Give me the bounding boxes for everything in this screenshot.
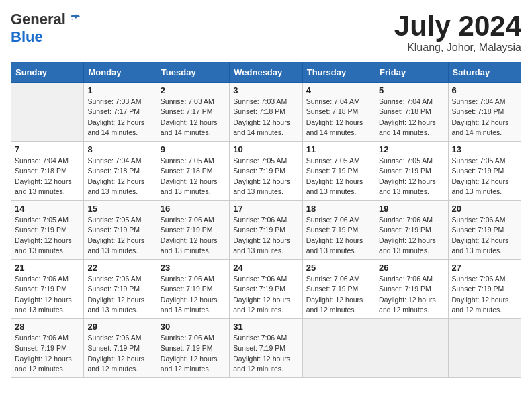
- day-number: 1: [87, 85, 152, 95]
- day-info: Sunrise: 7:06 AMSunset: 7:19 PMDaylight:…: [306, 215, 371, 256]
- calendar-cell: 19Sunrise: 7:06 AMSunset: 7:19 PMDayligh…: [375, 201, 448, 260]
- calendar-table: Sunday Monday Tuesday Wednesday Thursday…: [11, 62, 521, 378]
- day-number: 26: [379, 263, 444, 273]
- day-number: 29: [87, 322, 152, 332]
- logo: General Blue: [11, 11, 81, 46]
- calendar-week-row: 7Sunrise: 7:04 AMSunset: 7:18 PMDaylight…: [11, 142, 521, 201]
- day-number: 2: [161, 85, 226, 95]
- calendar-cell: 1Sunrise: 7:03 AMSunset: 7:17 PMDaylight…: [84, 83, 157, 142]
- day-number: 7: [15, 144, 80, 154]
- day-info: Sunrise: 7:03 AMSunset: 7:17 PMDaylight:…: [161, 97, 226, 138]
- header-sunday: Sunday: [11, 62, 84, 83]
- day-info: Sunrise: 7:04 AMSunset: 7:18 PMDaylight:…: [452, 97, 517, 138]
- title-section: July 2024 Kluang, Johor, Malaysia: [394, 11, 521, 54]
- calendar-cell: 3Sunrise: 7:03 AMSunset: 7:18 PMDaylight…: [230, 83, 302, 142]
- day-number: 6: [452, 85, 517, 95]
- calendar-cell: [11, 83, 84, 142]
- calendar-cell: 31Sunrise: 7:06 AMSunset: 7:19 PMDayligh…: [230, 319, 302, 378]
- calendar-cell: 21Sunrise: 7:06 AMSunset: 7:19 PMDayligh…: [11, 260, 84, 319]
- calendar-cell: 8Sunrise: 7:04 AMSunset: 7:18 PMDaylight…: [84, 142, 157, 201]
- day-info: Sunrise: 7:05 AMSunset: 7:19 PMDaylight:…: [306, 156, 371, 197]
- day-info: Sunrise: 7:04 AMSunset: 7:18 PMDaylight:…: [379, 97, 444, 138]
- day-info: Sunrise: 7:06 AMSunset: 7:19 PMDaylight:…: [452, 274, 517, 315]
- day-number: 21: [15, 263, 80, 273]
- calendar-cell: 23Sunrise: 7:06 AMSunset: 7:19 PMDayligh…: [157, 260, 229, 319]
- calendar-cell: 30Sunrise: 7:06 AMSunset: 7:19 PMDayligh…: [157, 319, 229, 378]
- day-info: Sunrise: 7:05 AMSunset: 7:19 PMDaylight:…: [87, 215, 152, 256]
- day-info: Sunrise: 7:06 AMSunset: 7:19 PMDaylight:…: [306, 274, 371, 315]
- calendar-cell: 7Sunrise: 7:04 AMSunset: 7:18 PMDaylight…: [11, 142, 84, 201]
- day-info: Sunrise: 7:06 AMSunset: 7:19 PMDaylight:…: [161, 215, 226, 256]
- calendar-cell: 25Sunrise: 7:06 AMSunset: 7:19 PMDayligh…: [302, 260, 375, 319]
- day-number: 11: [306, 144, 371, 154]
- day-number: 14: [15, 203, 80, 214]
- calendar-cell: 15Sunrise: 7:05 AMSunset: 7:19 PMDayligh…: [84, 201, 157, 260]
- calendar-header: Sunday Monday Tuesday Wednesday Thursday…: [11, 62, 521, 83]
- day-info: Sunrise: 7:06 AMSunset: 7:19 PMDaylight:…: [87, 333, 152, 374]
- calendar-cell: 12Sunrise: 7:05 AMSunset: 7:19 PMDayligh…: [375, 142, 448, 201]
- header-monday: Monday: [84, 62, 157, 83]
- day-number: 20: [452, 203, 517, 214]
- calendar-cell: 16Sunrise: 7:06 AMSunset: 7:19 PMDayligh…: [157, 201, 229, 260]
- calendar-cell: 29Sunrise: 7:06 AMSunset: 7:19 PMDayligh…: [84, 319, 157, 378]
- calendar-cell: 26Sunrise: 7:06 AMSunset: 7:19 PMDayligh…: [375, 260, 448, 319]
- calendar-cell: 6Sunrise: 7:04 AMSunset: 7:18 PMDaylight…: [448, 83, 521, 142]
- location-subtitle: Kluang, Johor, Malaysia: [394, 42, 521, 54]
- day-number: 30: [161, 322, 226, 332]
- day-number: 10: [233, 144, 298, 154]
- day-info: Sunrise: 7:05 AMSunset: 7:19 PMDaylight:…: [379, 156, 444, 197]
- day-number: 13: [452, 144, 517, 154]
- logo-general-text: General: [11, 11, 66, 28]
- calendar-week-row: 28Sunrise: 7:06 AMSunset: 7:19 PMDayligh…: [11, 319, 521, 378]
- day-info: Sunrise: 7:05 AMSunset: 7:18 PMDaylight:…: [161, 156, 226, 197]
- day-number: 22: [87, 263, 152, 273]
- day-number: 12: [379, 144, 444, 154]
- calendar-cell: 2Sunrise: 7:03 AMSunset: 7:17 PMDaylight…: [157, 83, 229, 142]
- day-number: 8: [87, 144, 152, 154]
- day-info: Sunrise: 7:05 AMSunset: 7:19 PMDaylight:…: [452, 156, 517, 197]
- calendar-cell: [375, 319, 448, 378]
- header-row: Sunday Monday Tuesday Wednesday Thursday…: [11, 62, 521, 83]
- calendar-week-row: 1Sunrise: 7:03 AMSunset: 7:17 PMDaylight…: [11, 83, 521, 142]
- header-wednesday: Wednesday: [230, 62, 302, 83]
- day-info: Sunrise: 7:03 AMSunset: 7:17 PMDaylight:…: [87, 97, 152, 138]
- header-saturday: Saturday: [448, 62, 521, 83]
- calendar-cell: 13Sunrise: 7:05 AMSunset: 7:19 PMDayligh…: [448, 142, 521, 201]
- day-info: Sunrise: 7:05 AMSunset: 7:19 PMDaylight:…: [233, 156, 298, 197]
- calendar-cell: 20Sunrise: 7:06 AMSunset: 7:19 PMDayligh…: [448, 201, 521, 260]
- day-info: Sunrise: 7:06 AMSunset: 7:19 PMDaylight:…: [452, 215, 517, 256]
- header-thursday: Thursday: [302, 62, 375, 83]
- calendar-cell: 9Sunrise: 7:05 AMSunset: 7:18 PMDaylight…: [157, 142, 229, 201]
- calendar-week-row: 14Sunrise: 7:05 AMSunset: 7:19 PMDayligh…: [11, 201, 521, 260]
- day-info: Sunrise: 7:04 AMSunset: 7:18 PMDaylight:…: [87, 156, 152, 197]
- logo-bird-icon: [69, 13, 81, 26]
- calendar-cell: [302, 319, 375, 378]
- day-number: 28: [15, 322, 80, 332]
- day-number: 3: [233, 85, 298, 95]
- calendar-cell: [448, 319, 521, 378]
- day-info: Sunrise: 7:06 AMSunset: 7:19 PMDaylight:…: [15, 274, 80, 315]
- day-info: Sunrise: 7:05 AMSunset: 7:19 PMDaylight:…: [15, 215, 80, 256]
- calendar-cell: 10Sunrise: 7:05 AMSunset: 7:19 PMDayligh…: [230, 142, 302, 201]
- day-info: Sunrise: 7:06 AMSunset: 7:19 PMDaylight:…: [379, 215, 444, 256]
- page-header: General Blue July 2024 Kluang, Johor, Ma…: [11, 11, 521, 54]
- calendar-cell: 4Sunrise: 7:04 AMSunset: 7:18 PMDaylight…: [302, 83, 375, 142]
- calendar-cell: 18Sunrise: 7:06 AMSunset: 7:19 PMDayligh…: [302, 201, 375, 260]
- day-info: Sunrise: 7:04 AMSunset: 7:18 PMDaylight:…: [306, 97, 371, 138]
- calendar-cell: 11Sunrise: 7:05 AMSunset: 7:19 PMDayligh…: [302, 142, 375, 201]
- calendar-body: 1Sunrise: 7:03 AMSunset: 7:17 PMDaylight…: [11, 83, 521, 378]
- day-info: Sunrise: 7:06 AMSunset: 7:19 PMDaylight:…: [161, 274, 226, 315]
- day-number: 4: [306, 85, 371, 95]
- calendar-cell: 22Sunrise: 7:06 AMSunset: 7:19 PMDayligh…: [84, 260, 157, 319]
- day-info: Sunrise: 7:03 AMSunset: 7:18 PMDaylight:…: [233, 97, 298, 138]
- day-number: 24: [233, 263, 298, 273]
- day-number: 16: [161, 203, 226, 214]
- day-number: 25: [306, 263, 371, 273]
- header-tuesday: Tuesday: [157, 62, 229, 83]
- day-info: Sunrise: 7:04 AMSunset: 7:18 PMDaylight:…: [15, 156, 80, 197]
- day-info: Sunrise: 7:06 AMSunset: 7:19 PMDaylight:…: [379, 274, 444, 315]
- day-number: 17: [233, 203, 298, 214]
- day-number: 5: [379, 85, 444, 95]
- day-number: 15: [87, 203, 152, 214]
- day-info: Sunrise: 7:06 AMSunset: 7:19 PMDaylight:…: [161, 333, 226, 374]
